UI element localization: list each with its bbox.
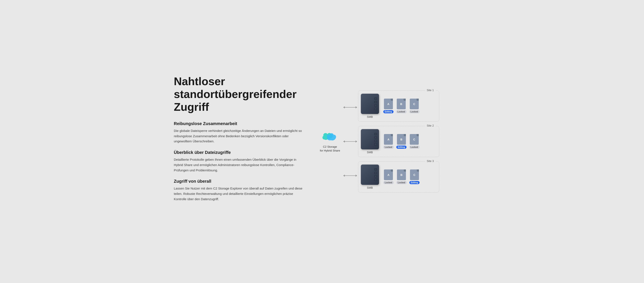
file-item-1a: A Editing (383, 99, 394, 113)
file-badge-2c: Locked (409, 146, 420, 149)
site-content-2: SMB A Locked B (361, 129, 436, 154)
file-letter-3b: B (400, 173, 402, 177)
connector-area (343, 90, 357, 193)
files-row-2: A Locked B Editing (383, 134, 420, 149)
file-letter-1c: C (413, 102, 415, 106)
section-heading-3: Zugriff von überall (174, 179, 306, 184)
left-panel: Nahtloser standortübergreifender Zugriff… (174, 75, 306, 208)
nas-slot (374, 175, 377, 177)
file-icon-1b: B (397, 99, 406, 109)
file-icon-2c: C (410, 134, 419, 145)
file-item-2c: C Locked (409, 134, 420, 149)
nas-slot (374, 136, 377, 139)
nas-device-1: SMB (361, 94, 379, 118)
file-letter-2c: C (413, 138, 415, 141)
file-icon-3a: A (384, 169, 393, 180)
file-item-1c: C Locked (409, 99, 420, 113)
file-item-3c: C Editing (409, 169, 420, 184)
arrowhead-left-3 (343, 175, 345, 177)
section-heading-2: Überblick über Dateizugriffe (174, 150, 306, 155)
file-icon-1c: C (410, 99, 419, 109)
nas-label-3: SMB (367, 186, 373, 189)
nas-drive-slots-3 (374, 168, 377, 181)
nas-slot (374, 97, 377, 100)
file-icon-2b: B (397, 134, 406, 145)
page-container: Nahtloser standortübergreifender Zugriff… (161, 64, 483, 218)
file-letter-1a: A (387, 102, 389, 106)
site-content-1: SMB A Editing B (361, 94, 436, 118)
nas-label-1: SMB (367, 115, 373, 118)
file-badge-2b: Editing (396, 146, 406, 149)
arrowhead-right-3 (356, 175, 357, 177)
nas-drive-slots-1 (374, 97, 377, 110)
section-access-anywhere: Zugriff von überall Lassen Sie Nutzer mi… (174, 179, 306, 202)
cloud-section: C2 Storage for Hybrid Share (320, 130, 340, 153)
file-letter-2a: A (387, 138, 389, 141)
site-content-3: SMB A Locked B (361, 165, 436, 189)
file-badge-1c: Locked (409, 110, 420, 113)
nas-slot (374, 143, 377, 145)
nas-slot (374, 168, 377, 171)
file-letter-1b: B (400, 102, 402, 106)
file-item-3b: B Locked (396, 169, 407, 184)
file-icon-3b: B (397, 169, 406, 180)
main-title: Nahtloser standortübergreifender Zugriff (174, 75, 306, 113)
section-access-overview: Überblick über Dateizugriffe Detailliert… (174, 150, 306, 173)
file-item-2a: A Locked (383, 134, 394, 149)
arrowhead-left-2 (343, 140, 345, 143)
nas-slot (374, 101, 377, 103)
arrowhead-right-2 (356, 140, 357, 143)
arrow-site3 (343, 175, 357, 177)
site-box-1: Site 1 SMB (358, 90, 439, 122)
nas-slot (374, 179, 377, 181)
file-badge-3c: Editing (409, 181, 420, 184)
file-badge-3a: Locked (383, 181, 394, 184)
files-row-1: A Editing B Locked (383, 99, 420, 113)
nas-slot (374, 104, 377, 106)
file-badge-1a: Editing (383, 110, 394, 113)
section-text-3: Lassen Sie Nutzer mit dem C2 Storage Exp… (174, 186, 306, 202)
horiz-line-1 (345, 107, 356, 108)
section-collaboration: Reibungslose Zusammenarbeit Die globale … (174, 121, 306, 144)
file-item-2b: B Editing (396, 134, 406, 149)
nas-box-2 (361, 129, 379, 149)
arrowhead-left-1 (343, 106, 345, 108)
nas-device-2: SMB (361, 129, 379, 154)
section-heading-1: Reibungslose Zusammenarbeit (174, 121, 306, 126)
file-letter-3c: C (414, 173, 415, 177)
nas-box-1 (361, 94, 379, 114)
site-label-1: Site 1 (425, 89, 436, 92)
file-icon-3c: C (410, 169, 419, 180)
nas-drive-slots-2 (374, 133, 377, 146)
file-item-3a: A Locked (383, 169, 394, 184)
nas-slot (374, 133, 377, 135)
section-text-2: Detaillierte Protokolle geben Ihnen eine… (174, 157, 306, 173)
nas-label-2: SMB (367, 151, 373, 154)
site-box-2: Site 2 SMB (358, 126, 439, 157)
site-label-2: Site 2 (425, 124, 436, 127)
file-icon-2a: A (384, 134, 393, 145)
arrow-site2 (343, 140, 357, 143)
arrowhead-right-1 (356, 106, 357, 108)
nas-device-3: SMB (361, 165, 379, 189)
cloud-label: C2 Storage for Hybrid Share (320, 145, 340, 153)
horiz-line-3 (345, 175, 356, 176)
cloud-icon (321, 130, 338, 143)
file-icon-1a: A (384, 99, 393, 109)
site-box-3: Site 3 SMB (358, 161, 439, 193)
nas-slot (374, 172, 377, 174)
file-badge-2a: Locked (383, 146, 394, 149)
right-panel: C2 Storage for Hybrid Share (319, 90, 470, 193)
site-label-3: Site 3 (425, 159, 436, 163)
diagram: C2 Storage for Hybrid Share (320, 90, 469, 193)
file-letter-2b: B (400, 138, 402, 141)
nas-slot (374, 140, 377, 142)
arrow-site1 (343, 106, 357, 108)
file-item-1b: B Locked (396, 99, 406, 113)
horiz-line-2 (345, 141, 356, 142)
section-text-1: Die globale Dateisperre verhindert gleic… (174, 128, 306, 144)
file-badge-1b: Locked (396, 110, 406, 113)
files-row-3: A Locked B Locked (383, 169, 420, 184)
nas-box-3 (361, 165, 379, 185)
file-letter-3a: A (387, 173, 389, 177)
